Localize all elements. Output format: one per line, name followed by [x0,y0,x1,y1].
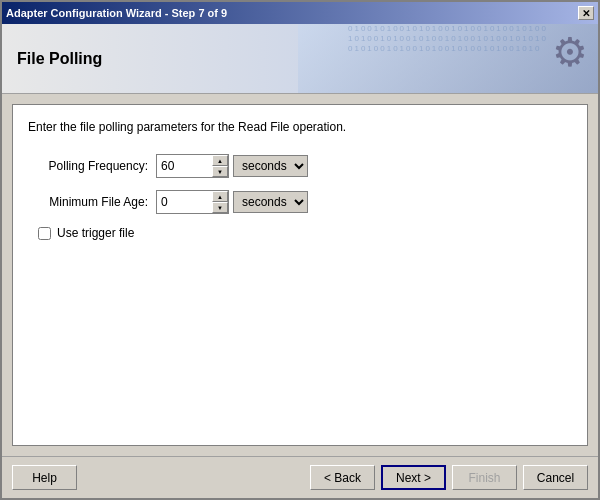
minimum-file-age-row: Minimum File Age: ▲ ▼ seconds minutes ho… [28,190,572,214]
help-button[interactable]: Help [12,465,77,490]
page-title: File Polling [17,50,102,68]
footer-right: < Back Next > Finish Cancel [310,465,588,490]
description-text: Enter the file polling parameters for th… [28,120,572,134]
polling-frequency-unit-select[interactable]: seconds minutes hours [233,155,308,177]
content-panel: Enter the file polling parameters for th… [12,104,588,446]
footer-left: Help [12,465,77,490]
minimum-file-age-up-button[interactable]: ▲ [212,191,228,202]
finish-button[interactable]: Finish [452,465,517,490]
trigger-file-row: Use trigger file [38,226,572,240]
minimum-file-age-spinner: ▲ ▼ [156,190,229,214]
minimum-file-age-input[interactable] [157,191,212,213]
polling-frequency-input-group: ▲ ▼ seconds minutes hours [156,154,308,178]
window-title: Adapter Configuration Wizard - Step 7 of… [6,7,227,19]
back-button[interactable]: < Back [310,465,375,490]
polling-frequency-up-button[interactable]: ▲ [212,155,228,166]
polling-frequency-label: Polling Frequency: [28,159,148,173]
close-button[interactable]: ✕ [578,6,594,20]
polling-frequency-spinner: ▲ ▼ [156,154,229,178]
minimum-file-age-down-button[interactable]: ▼ [212,202,228,213]
minimum-file-age-spinner-buttons: ▲ ▼ [212,191,228,213]
polling-frequency-row: Polling Frequency: ▲ ▼ seconds minutes h… [28,154,572,178]
cancel-button[interactable]: Cancel [523,465,588,490]
header-banner: File Polling 010010100101010010100101001… [2,24,598,94]
trigger-file-checkbox[interactable] [38,227,51,240]
main-window: Adapter Configuration Wizard - Step 7 of… [0,0,600,500]
next-button[interactable]: Next > [381,465,446,490]
polling-frequency-spinner-buttons: ▲ ▼ [212,155,228,177]
polling-frequency-down-button[interactable]: ▼ [212,166,228,177]
digital-background: 0100101001010100101001010010100101001010… [348,24,548,94]
minimum-file-age-input-group: ▲ ▼ seconds minutes hours [156,190,308,214]
content-area: Enter the file polling parameters for th… [2,94,598,456]
polling-frequency-input[interactable] [157,155,212,177]
minimum-file-age-label: Minimum File Age: [28,195,148,209]
gear-icon: ⚙ [552,29,588,75]
footer: Help < Back Next > Finish Cancel [2,456,598,498]
trigger-file-label: Use trigger file [57,226,134,240]
minimum-file-age-unit-select[interactable]: seconds minutes hours [233,191,308,213]
title-bar: Adapter Configuration Wizard - Step 7 of… [2,2,598,24]
